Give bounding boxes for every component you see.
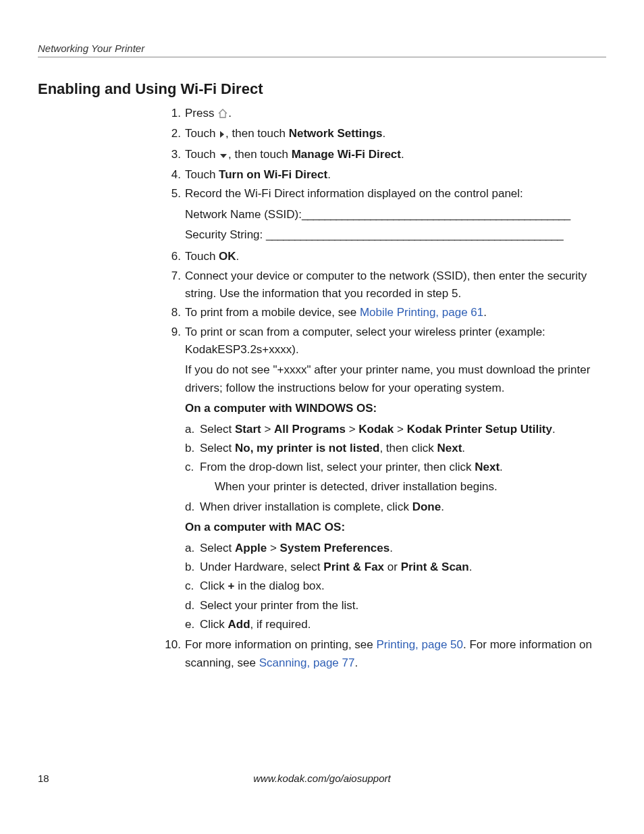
step-number: 2. xyxy=(162,125,185,144)
step-10: 10. For more information on printing, se… xyxy=(162,636,606,672)
link-mobile-printing[interactable]: Mobile Printing, page 61 xyxy=(360,306,483,319)
step-3: 3. Touch , then touch Manage Wi-Fi Direc… xyxy=(162,146,606,165)
step-number: 6. xyxy=(162,248,185,265)
step-number: 7. xyxy=(162,267,185,303)
section-title: Enabling and Using Wi-Fi Direct xyxy=(38,80,606,98)
page-number: 18 xyxy=(38,773,49,784)
link-scanning[interactable]: Scanning, page 77 xyxy=(259,656,355,669)
step-number: 4. xyxy=(162,166,185,184)
security-line: Security String: _______________________… xyxy=(185,226,606,244)
step-body: Touch , then touch Network Settings. xyxy=(185,125,606,144)
win-step-d: d. When driver installation is complete,… xyxy=(185,498,606,516)
footer-url: www.kodak.com/go/aiosupport xyxy=(38,773,606,784)
mac-heading: On a computer with MAC OS: xyxy=(185,519,606,536)
procedure-list: 1. Press . 2. Touch , then touch Network… xyxy=(162,105,606,672)
step-body: To print from a mobile device, see Mobil… xyxy=(185,304,606,321)
step-number: 8. xyxy=(162,304,185,321)
step-6: 6. Touch OK. xyxy=(162,248,606,265)
down-arrow-icon xyxy=(219,147,228,165)
ssid-line: Network Name (SSID):____________________… xyxy=(185,206,606,224)
document-page: Networking Your Printer Enabling and Usi… xyxy=(0,0,644,672)
step-4: 4. Touch Turn on Wi-Fi Direct. xyxy=(162,166,606,184)
step-number: 9. xyxy=(162,323,185,635)
step-body: Touch , then touch Manage Wi-Fi Direct. xyxy=(185,146,606,165)
windows-substeps: a. Select Start > All Programs > Kodak >… xyxy=(185,421,606,517)
mac-substeps: a. Select Apple > System Preferences. b.… xyxy=(185,540,606,634)
right-arrow-icon xyxy=(219,126,225,144)
step-1: 1. Press . xyxy=(162,105,606,124)
driver-note: If you do not see "+xxxx" after your pri… xyxy=(185,361,606,397)
windows-heading: On a computer with WINDOWS OS: xyxy=(185,400,606,417)
mac-step-b: b. Under Hardware, select Print & Fax or… xyxy=(185,558,606,576)
step-8: 8. To print from a mobile device, see Mo… xyxy=(162,304,606,321)
link-printing[interactable]: Printing, page 50 xyxy=(376,638,463,651)
running-header: Networking Your Printer xyxy=(38,43,606,57)
mac-step-d: d. Select your printer from the list. xyxy=(185,597,606,615)
step-body: For more information on printing, see Pr… xyxy=(185,636,606,672)
step-number: 3. xyxy=(162,146,185,165)
win-step-a: a. Select Start > All Programs > Kodak >… xyxy=(185,421,606,438)
step-body: Connect your device or computer to the n… xyxy=(185,267,606,303)
mac-step-a: a. Select Apple > System Preferences. xyxy=(185,540,606,557)
step-body: Touch OK. xyxy=(185,248,606,265)
step-body: To print or scan from a computer, select… xyxy=(185,323,606,635)
win-step-c: c. From the drop-down list, select your … xyxy=(185,459,606,497)
step-body: Press . xyxy=(185,105,606,124)
step-2: 2. Touch , then touch Network Settings. xyxy=(162,125,606,144)
step-body: Touch Turn on Wi-Fi Direct. xyxy=(185,166,606,184)
page-footer: 18 www.kodak.com/go/aiosupport xyxy=(38,773,606,784)
mac-step-e: e. Click Add, if required. xyxy=(185,616,606,633)
step-body: Record the Wi-Fi Direct information disp… xyxy=(185,185,606,246)
home-icon xyxy=(217,106,228,124)
step-number: 5. xyxy=(162,185,185,246)
step-number: 1. xyxy=(162,105,185,124)
mac-step-c: c. Click + in the dialog box. xyxy=(185,577,606,595)
step-9: 9. To print or scan from a computer, sel… xyxy=(162,323,606,635)
win-step-b: b. Select No, my printer is not listed, … xyxy=(185,440,606,457)
step-7: 7. Connect your device or computer to th… xyxy=(162,267,606,303)
step-5: 5. Record the Wi-Fi Direct information d… xyxy=(162,185,606,246)
step-number: 10. xyxy=(162,636,185,672)
